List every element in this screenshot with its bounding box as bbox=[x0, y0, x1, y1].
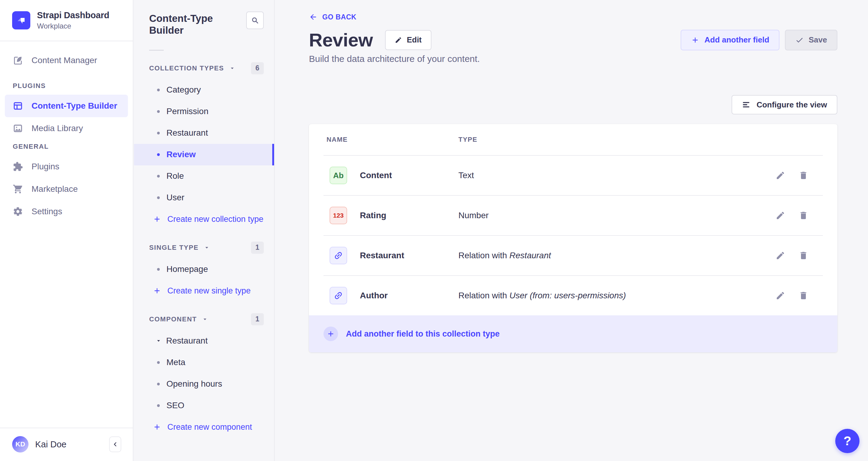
delete-field-button[interactable] bbox=[799, 251, 808, 260]
subnav-item-seo[interactable]: SEO bbox=[134, 395, 274, 416]
field-type: Number bbox=[458, 211, 489, 220]
link-icon bbox=[334, 251, 343, 260]
delete-field-button[interactable] bbox=[799, 211, 808, 220]
subnav-item-homepage[interactable]: Homepage bbox=[134, 259, 274, 280]
nav-item-content-type-builder[interactable]: Content-Type Builder bbox=[5, 95, 128, 117]
delete-field-button[interactable] bbox=[799, 171, 808, 180]
subnav-item-review[interactable]: Review bbox=[134, 144, 274, 165]
arrow-left-icon bbox=[309, 13, 317, 21]
create-new-single-type-link[interactable]: Create new single type bbox=[134, 280, 274, 302]
subnav-item-meta[interactable]: Meta bbox=[134, 352, 274, 373]
nav-item-content-manager[interactable]: Content Manager bbox=[5, 49, 128, 71]
configure-view-button[interactable]: Configure the view bbox=[732, 95, 837, 114]
collapse-sidebar-button[interactable] bbox=[109, 436, 121, 452]
save-button[interactable]: Save bbox=[785, 30, 837, 50]
subnav-header: Content-Type Builder bbox=[134, 0, 274, 36]
add-field-footer-button[interactable]: Add another field to this collection typ… bbox=[309, 315, 837, 352]
field-name-cell: Restaurant bbox=[330, 247, 458, 264]
nav-item-label: Settings bbox=[32, 207, 62, 217]
link-icon bbox=[334, 291, 343, 300]
edit-field-button[interactable] bbox=[776, 251, 785, 260]
avatar[interactable]: KD bbox=[12, 436, 29, 453]
number-field-badge: 123 bbox=[330, 207, 347, 224]
bullet-icon bbox=[157, 132, 160, 135]
plus-icon bbox=[153, 215, 161, 223]
brand-text: Strapi Dashboard Workplace bbox=[37, 10, 110, 30]
caret-down-icon bbox=[229, 65, 236, 71]
section-header-collection-types[interactable]: COLLECTION TYPES 6 bbox=[134, 57, 274, 79]
field-type-cell: Relation withUser (from: users-permissio… bbox=[458, 291, 776, 300]
row-actions bbox=[776, 211, 808, 220]
table-row: Restaurant Relation withRestaurant bbox=[309, 236, 837, 275]
row-actions bbox=[776, 291, 808, 300]
subnav-item-component-restaurant[interactable]: Restaurant bbox=[134, 330, 274, 352]
nav-item-plugins[interactable]: Plugins bbox=[5, 155, 128, 178]
edit-field-button[interactable] bbox=[776, 211, 785, 220]
subnav-title: Content-Type Builder bbox=[149, 13, 237, 36]
subnav-item-category[interactable]: Category bbox=[134, 79, 274, 101]
puzzle-icon bbox=[13, 162, 23, 172]
bullet-icon bbox=[157, 175, 160, 177]
field-name: Rating bbox=[360, 211, 386, 220]
table-toolbar: Configure the view bbox=[309, 95, 837, 114]
field-name-cell: 123 Rating bbox=[330, 207, 458, 224]
field-name-cell: Ab Content bbox=[330, 167, 458, 184]
row-actions bbox=[776, 251, 808, 260]
nav-item-settings[interactable]: Settings bbox=[5, 200, 128, 223]
create-new-collection-type-link[interactable]: Create new collection type bbox=[134, 208, 274, 230]
plus-icon bbox=[153, 423, 161, 431]
delete-field-button[interactable] bbox=[799, 291, 808, 300]
create-link-label: Create new single type bbox=[167, 286, 251, 296]
search-button[interactable] bbox=[246, 11, 264, 29]
bullet-icon bbox=[157, 361, 160, 364]
nav-section-plugins: PLUGINS bbox=[5, 82, 128, 90]
chevron-left-icon bbox=[112, 441, 119, 448]
edit-field-button[interactable] bbox=[776, 291, 785, 300]
subnav-item-restaurant[interactable]: Restaurant bbox=[134, 122, 274, 144]
subnav-item-label: Restaurant bbox=[166, 128, 208, 138]
help-button[interactable]: ? bbox=[835, 429, 860, 453]
workspace-brand[interactable]: Strapi Dashboard Workplace bbox=[0, 0, 133, 41]
main-content: GO BACK Review Edit Add another field Sa… bbox=[275, 0, 868, 461]
edit-button[interactable]: Edit bbox=[385, 30, 431, 50]
bullet-icon bbox=[157, 404, 160, 407]
image-icon bbox=[13, 123, 23, 134]
section-label: SINGLE TYPE bbox=[149, 244, 198, 252]
save-button-label: Save bbox=[809, 35, 827, 45]
field-type-cell: Text bbox=[458, 171, 776, 180]
section-label: COLLECTION TYPES bbox=[149, 64, 224, 72]
nav-item-marketplace[interactable]: Marketplace bbox=[5, 178, 128, 200]
caret-down-icon bbox=[155, 338, 162, 344]
bullet-icon bbox=[157, 153, 160, 156]
nav-item-label: Content-Type Builder bbox=[32, 101, 117, 111]
subnav-item-label: Meta bbox=[166, 357, 185, 367]
create-new-component-link[interactable]: Create new component bbox=[134, 416, 274, 438]
add-another-field-button[interactable]: Add another field bbox=[681, 30, 779, 50]
subnav-item-permission[interactable]: Permission bbox=[134, 101, 274, 122]
configure-view-label: Configure the view bbox=[756, 100, 827, 110]
subnav-item-user[interactable]: User bbox=[134, 187, 274, 208]
field-type-cell: Number bbox=[458, 211, 776, 220]
go-back-link[interactable]: GO BACK bbox=[309, 13, 356, 21]
page-title: Review bbox=[309, 29, 373, 51]
main-nav: Content Manager PLUGINS Content-Type Bui… bbox=[0, 41, 133, 223]
create-link-label: Create new component bbox=[167, 423, 252, 432]
pencil-icon bbox=[776, 291, 785, 300]
subnav-item-opening-hours[interactable]: Opening hours bbox=[134, 373, 274, 395]
table-row: Author Relation withUser (from: users-pe… bbox=[309, 276, 837, 315]
subnav-item-role[interactable]: Role bbox=[134, 165, 274, 187]
subnav-item-label: SEO bbox=[166, 401, 184, 410]
section-header-component[interactable]: COMPONENT 1 bbox=[134, 308, 274, 330]
subnav-item-label: Opening hours bbox=[166, 379, 222, 389]
pencil-icon bbox=[395, 36, 402, 44]
edit-field-button[interactable] bbox=[776, 171, 785, 180]
nav-item-media-library[interactable]: Media Library bbox=[5, 117, 128, 140]
trash-icon bbox=[799, 211, 808, 220]
go-back-label: GO BACK bbox=[322, 13, 356, 21]
column-header-type: TYPE bbox=[458, 136, 823, 144]
workspace-title: Strapi Dashboard bbox=[37, 10, 110, 20]
bullet-icon bbox=[157, 110, 160, 113]
trash-icon bbox=[799, 291, 808, 300]
section-header-single-type[interactable]: SINGLE TYPE 1 bbox=[134, 237, 274, 259]
nav-item-label: Marketplace bbox=[32, 184, 78, 194]
